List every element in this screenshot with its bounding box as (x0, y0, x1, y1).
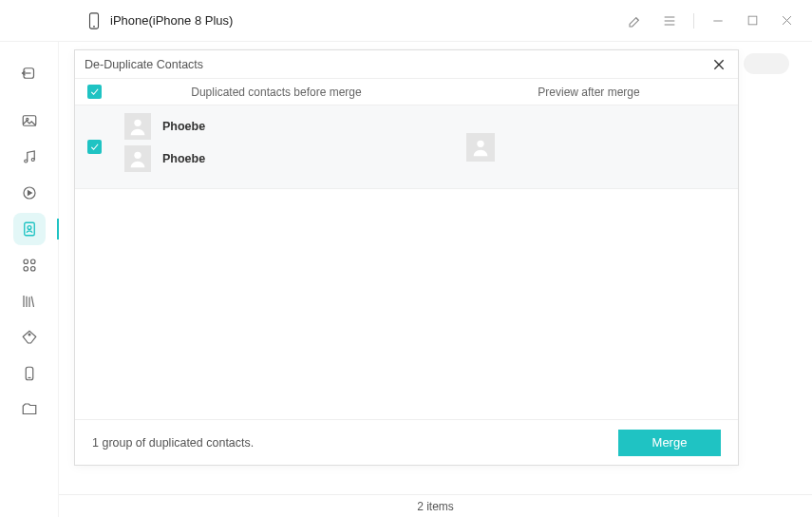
footer-summary-text: 1 group of duplicated contacts. (92, 436, 254, 450)
device-name-text: iPhone(iPhone 8 Plus) (110, 13, 233, 28)
device-label: iPhone(iPhone 8 Plus) (84, 10, 233, 31)
status-bar: 2 items (59, 494, 812, 517)
sidebar-item-photos[interactable] (13, 105, 46, 137)
edit-icon[interactable] (625, 10, 646, 31)
column-header-after: Preview after merge (440, 86, 738, 99)
svg-point-28 (477, 140, 483, 146)
svg-point-18 (30, 259, 35, 264)
deduplicate-modal: De-Duplicate Contacts Duplicated contact… (74, 49, 739, 466)
sidebar-item-videos[interactable] (13, 177, 46, 209)
modal-title: De-Duplicate Contacts (85, 58, 203, 71)
avatar-icon (124, 113, 151, 140)
svg-point-13 (31, 159, 34, 162)
duplicates-column: Phoebe Phoebe (113, 105, 440, 188)
maximize-button[interactable] (742, 10, 763, 31)
svg-point-16 (28, 226, 31, 230)
sidebar (0, 42, 59, 517)
sidebar-item-files[interactable] (13, 393, 46, 426)
svg-point-17 (24, 259, 28, 264)
svg-point-21 (28, 334, 30, 335)
svg-point-1 (93, 25, 95, 27)
svg-point-20 (30, 267, 35, 272)
svg-point-12 (24, 160, 27, 163)
status-items-count: 2 items (417, 500, 454, 513)
phone-icon (84, 10, 104, 31)
sidebar-item-apps[interactable] (13, 249, 46, 281)
svg-rect-6 (748, 16, 757, 25)
contact-item[interactable]: Phoebe (113, 113, 440, 140)
contact-name: Phoebe (162, 152, 205, 165)
preview-column (440, 105, 738, 188)
sidebar-item-music[interactable] (13, 141, 46, 173)
modal-body: Phoebe Phoebe (75, 105, 738, 419)
list-icon[interactable] (659, 10, 680, 31)
title-bar: iPhone(iPhone 8 Plus) (0, 0, 812, 42)
svg-point-27 (134, 152, 141, 159)
select-all-checkbox[interactable] (87, 85, 102, 99)
window-controls (625, 10, 797, 31)
sidebar-item-tags[interactable] (13, 321, 46, 354)
contact-name: Phoebe (162, 120, 205, 133)
column-header-before: Duplicated contacts before merge (113, 86, 440, 99)
modal-column-headers: Duplicated contacts before merge Preview… (75, 79, 738, 105)
search-pill[interactable] (744, 53, 789, 74)
contact-item[interactable]: Phoebe (113, 145, 440, 172)
sidebar-item-device[interactable] (13, 357, 46, 390)
app-window: iPhone(iPhone 8 Plus) (0, 0, 812, 517)
avatar-icon (124, 145, 151, 172)
duplicate-group-row: Phoebe Phoebe (75, 105, 738, 189)
minimize-button[interactable] (708, 10, 728, 31)
separator (693, 13, 694, 29)
sidebar-item-contacts[interactable] (13, 213, 46, 245)
modal-header: De-Duplicate Contacts (75, 50, 738, 79)
group-checkbox[interactable] (87, 140, 102, 154)
sidebar-item-books[interactable] (13, 285, 46, 317)
merge-button[interactable]: Merge (618, 430, 721, 456)
sidebar-item-export[interactable] (13, 57, 46, 89)
svg-point-26 (134, 120, 141, 126)
svg-point-19 (24, 267, 28, 272)
modal-close-button[interactable] (709, 55, 728, 74)
modal-footer: 1 group of duplicated contacts. Merge (75, 419, 738, 465)
merged-avatar-icon (466, 133, 495, 162)
close-button[interactable] (776, 10, 797, 31)
